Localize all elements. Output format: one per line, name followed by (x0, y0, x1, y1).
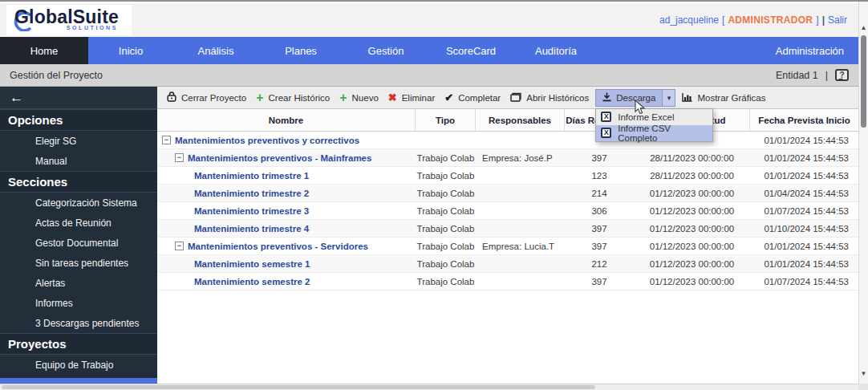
check-icon: ✔ (444, 93, 453, 103)
nav-item-gestion[interactable]: Gestión (343, 37, 428, 64)
sidebar-item-actas[interactable]: Actas de Reunión (0, 213, 157, 233)
sidebar-item-alertas[interactable]: Alertas (0, 273, 157, 293)
sidebar-item-descargas-pendientes[interactable]: 3 Descargas pendientes (0, 313, 157, 333)
cell-tipo (416, 132, 476, 148)
cell-nombre[interactable]: Mantenimiento semestre 1 (157, 255, 416, 272)
sidebar-item-sin-tareas[interactable]: Sin tareas pendientes (0, 253, 157, 273)
cell-nombre[interactable]: −Mantenimientos preventivos y correctivo… (157, 132, 416, 148)
table-row[interactable]: Mantenimiento trimestre 1 Trabajo Colab … (157, 167, 858, 185)
cerrar-proyecto-button[interactable]: Cerrar Proyecto (162, 89, 251, 106)
lock-icon (167, 91, 176, 104)
nav-item-inicio[interactable]: Inicio (88, 37, 173, 64)
cell-tipo: Trabajo Colab (416, 238, 476, 254)
nav-item-planes[interactable]: Planes (258, 37, 343, 64)
vertical-scroll-thumb[interactable] (861, 35, 866, 128)
cell-fecha-solicitud: 01/12/2023 00:00:00 (634, 202, 750, 219)
sidebar-item-manual[interactable]: Manual (0, 151, 157, 171)
nav-spacer (598, 37, 761, 64)
mostrar-graficas-button[interactable]: Mostrar Gráficas (677, 90, 770, 106)
nav-item-administracion[interactable]: Administración (761, 37, 858, 64)
cell-tipo: Trabajo Colab (416, 167, 476, 184)
column-header-tipo[interactable]: Tipo (416, 109, 476, 131)
sidebar-item-informes[interactable]: Informes (0, 293, 157, 313)
username-link[interactable]: ad_jacqueline (659, 14, 719, 26)
cell-responsables: Empresa: José.P (476, 149, 565, 166)
cell-responsables (476, 185, 565, 201)
page: GlobalSuite SOLUTIONS ad_jacqueline [ AD… (0, 3, 858, 385)
scroll-down-icon[interactable]: ▼ (859, 370, 868, 377)
bracket-close: ] (816, 14, 818, 26)
abrir-historicos-button[interactable]: Abrir Históricos (505, 90, 594, 106)
crear-historico-button[interactable]: + Crear Histórico (251, 91, 335, 105)
cell-nombre[interactable]: Mantenimiento trimestre 2 (157, 185, 416, 201)
table-row[interactable]: Mantenimiento trimestre 4 Trabajo Colab … (157, 220, 858, 238)
cell-responsables (476, 220, 565, 237)
cell-nombre[interactable]: Mantenimiento semestre 2 (157, 273, 416, 290)
help-icon[interactable]: ? (835, 69, 849, 81)
sidebar-back-button[interactable]: ← (0, 87, 157, 109)
collapse-icon[interactable]: − (175, 153, 184, 162)
header-divider: | (822, 14, 825, 26)
eliminar-button[interactable]: ✖ Eliminar (383, 91, 440, 105)
sidebar-item-equipo-trabajo[interactable]: Equipo de Trabajo (0, 355, 157, 375)
table-header: Nombre Tipo Responsables Días Restantes … (157, 109, 858, 132)
cell-tipo: Trabajo Colab (416, 185, 476, 201)
cell-dias: 214 (565, 185, 634, 201)
cell-responsables (476, 202, 565, 219)
descarga-button[interactable]: Descarga (595, 89, 663, 107)
cell-nombre[interactable]: −Mantenimientos preventivos - Servidores (157, 238, 416, 254)
sidebar-item-categorizacion[interactable]: Categorización Sistema (0, 193, 157, 213)
sidebar-item-gestor-documental[interactable]: Gestor Documental (0, 233, 157, 253)
logout-link[interactable]: Salir (828, 14, 847, 26)
content-area: Cerrar Proyecto + Crear Histórico + Nuev… (157, 87, 858, 385)
collapse-icon[interactable]: − (162, 136, 171, 144)
cell-fecha-prevista: 01/07/2024 15:44:53 (750, 273, 858, 290)
cell-fecha-prevista: 01/01/2024 15:44:53 (750, 167, 858, 184)
collapse-icon[interactable]: − (175, 242, 184, 250)
cell-dias: 397 (565, 149, 634, 166)
nav-item-home[interactable]: Home (0, 37, 88, 64)
column-header-responsables[interactable]: Responsables (476, 109, 565, 131)
cell-fecha-prevista: 01/07/2024 15:44:53 (750, 202, 858, 219)
cell-fecha-prevista: 01/10/2024 15:44:53 (750, 220, 858, 237)
cell-fecha-solicitud: 01/12/2023 00:00:00 (634, 185, 750, 201)
nav-item-auditoria[interactable]: Auditoría (513, 37, 598, 64)
column-header-fecha-prevista-inicio[interactable]: Fecha Prevista Inicio (750, 109, 858, 131)
table-row[interactable]: −Mantenimientos preventivos - Mainframes… (157, 149, 858, 167)
page-title: Gestión del Proyecto (10, 70, 103, 81)
table-row[interactable]: −Mantenimientos preventivos y correctivo… (157, 132, 858, 149)
sidebar-section-proyectos: Proyectos (0, 333, 157, 355)
table-row[interactable]: Mantenimiento semestre 1 Trabajo Colab 2… (157, 255, 858, 273)
user-info: ad_jacqueline [ ADMINISTRADOR ] | Salir (659, 14, 847, 26)
cell-tipo: Trabajo Colab (416, 202, 476, 219)
plus-icon: + (256, 93, 263, 103)
nav-item-scorecard[interactable]: ScoreCard (428, 37, 513, 64)
cell-fecha-solicitud: 01/12/2023 00:00:00 (634, 220, 750, 237)
cell-dias: 212 (565, 255, 634, 272)
cell-nombre[interactable]: Mantenimiento trimestre 4 (157, 220, 416, 237)
breadcrumb-bar: Gestión del Proyecto Entidad 1 | ? (0, 64, 858, 87)
vertical-scrollbar[interactable]: ▲ ▼ (858, 2, 868, 385)
table-row[interactable]: Mantenimiento semestre 2 Trabajo Colab 3… (157, 273, 858, 290)
horizontal-scroll-thumb[interactable] (2, 385, 595, 389)
cerrar-proyecto-label: Cerrar Proyecto (181, 93, 246, 103)
horizontal-scrollbar[interactable] (0, 384, 858, 390)
cell-nombre[interactable]: Mantenimiento trimestre 3 (157, 202, 416, 219)
sidebar-item-elegir-sg[interactable]: Elegir SG (0, 131, 157, 151)
column-header-nombre[interactable]: Nombre (157, 109, 416, 131)
cell-tipo: Trabajo Colab (416, 220, 476, 237)
menu-item-informe-csv-completo[interactable]: X Informe CSV Completo (596, 125, 712, 141)
cell-nombre[interactable]: −Mantenimientos preventivos - Mainframes (157, 149, 416, 166)
cell-nombre[interactable]: Mantenimiento trimestre 1 (157, 167, 416, 184)
nuevo-button[interactable]: + Nuevo (335, 91, 383, 105)
scroll-up-icon[interactable]: ▲ (859, 24, 868, 31)
nav-item-analisis[interactable]: Análisis (173, 37, 258, 64)
descarga-caret-button[interactable]: ▾ (663, 89, 675, 107)
completar-button[interactable]: ✔ Completar (440, 91, 505, 105)
table-row[interactable]: Mantenimiento trimestre 3 Trabajo Colab … (157, 202, 858, 220)
nuevo-label: Nuevo (352, 93, 379, 103)
table-row[interactable]: −Mantenimientos preventivos - Servidores… (157, 238, 858, 255)
logo-text: GlobalSuite (14, 6, 119, 27)
menu-item-informe-excel[interactable]: X Informe Excel (596, 109, 712, 125)
table-row[interactable]: Mantenimiento trimestre 2 Trabajo Colab … (157, 185, 858, 202)
